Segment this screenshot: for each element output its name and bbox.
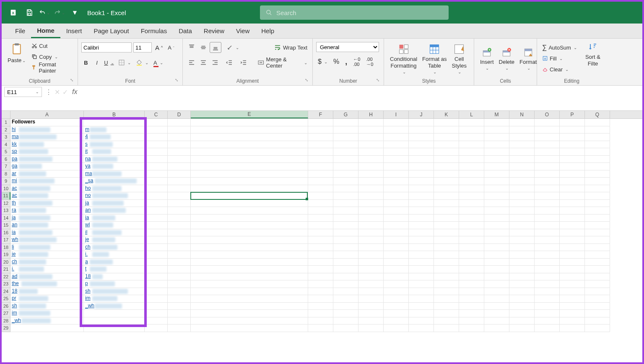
row-header[interactable]: 4 — [2, 141, 10, 149]
cell[interactable] — [484, 156, 509, 163]
row-header[interactable]: 19 — [2, 251, 10, 259]
row-header[interactable]: 6 — [2, 156, 10, 163]
cell[interactable] — [535, 266, 560, 273]
cell[interactable] — [409, 141, 434, 149]
cell[interactable] — [585, 317, 610, 325]
tab-help[interactable]: Help — [255, 24, 280, 38]
cell[interactable] — [560, 259, 585, 266]
cell[interactable] — [535, 317, 560, 325]
cell[interactable] — [585, 141, 610, 149]
cell[interactable] — [459, 170, 484, 178]
cell[interactable] — [409, 259, 434, 266]
cell[interactable] — [484, 170, 509, 178]
cell[interactable] — [434, 148, 459, 156]
cell[interactable] — [535, 170, 560, 178]
cell[interactable] — [535, 236, 560, 244]
cell[interactable] — [434, 141, 459, 149]
row-header[interactable]: 12 — [2, 200, 10, 207]
merge-center-button[interactable]: Merge & Center — [256, 57, 309, 68]
row-header[interactable]: 20 — [2, 259, 10, 266]
cell[interactable] — [384, 148, 409, 156]
select-all-corner[interactable] — [2, 111, 10, 118]
cell[interactable] — [409, 280, 434, 288]
search-box[interactable] — [260, 5, 449, 20]
cell[interactable] — [333, 134, 358, 141]
cell[interactable] — [191, 141, 308, 149]
row-header[interactable]: 7 — [2, 163, 10, 170]
cell[interactable] — [585, 244, 610, 251]
cell[interactable] — [484, 185, 509, 193]
cell[interactable] — [333, 266, 358, 273]
cell[interactable] — [358, 156, 384, 163]
row-header[interactable]: 24 — [2, 288, 10, 296]
cell[interactable] — [459, 288, 484, 296]
cell[interactable] — [358, 178, 384, 185]
cell[interactable] — [560, 170, 585, 178]
cell[interactable] — [145, 156, 168, 163]
cell[interactable] — [409, 303, 434, 310]
cell[interactable] — [145, 141, 168, 149]
cell[interactable] — [308, 170, 333, 178]
cell[interactable] — [145, 229, 168, 237]
cell[interactable] — [459, 156, 484, 163]
align-right-button[interactable] — [210, 57, 221, 68]
cell[interactable] — [560, 317, 585, 325]
decrease-decimal-button[interactable]: .00→0 — [364, 56, 375, 67]
cell[interactable] — [560, 178, 585, 185]
increase-font-button[interactable]: A^ — [153, 42, 164, 53]
cell[interactable] — [509, 222, 535, 229]
cell[interactable]: an — [84, 207, 145, 215]
cell[interactable] — [509, 126, 535, 134]
cell[interactable] — [145, 266, 168, 273]
cell[interactable] — [585, 236, 610, 244]
cell[interactable]: an — [10, 222, 84, 229]
cell[interactable] — [459, 310, 484, 317]
cell[interactable] — [191, 126, 308, 134]
cell[interactable] — [145, 215, 168, 222]
copy-button[interactable]: Copy — [30, 51, 74, 62]
cell[interactable]: Followers — [10, 119, 84, 126]
font-name-input[interactable] — [81, 42, 132, 52]
cell[interactable] — [459, 280, 484, 288]
cell[interactable] — [145, 317, 168, 325]
italic-button[interactable]: I — [92, 57, 101, 68]
cell[interactable] — [409, 317, 434, 325]
cell[interactable] — [358, 222, 384, 229]
cell[interactable] — [358, 185, 384, 193]
cell[interactable] — [191, 310, 308, 317]
fill-button[interactable]: Fill — [540, 53, 579, 64]
row-header[interactable]: 14 — [2, 215, 10, 222]
cell[interactable] — [308, 148, 333, 156]
cell[interactable]: wl — [84, 222, 145, 229]
cell[interactable] — [333, 325, 358, 332]
cell[interactable] — [191, 280, 308, 288]
cell[interactable] — [535, 163, 560, 170]
cell[interactable]: ia — [84, 215, 145, 222]
cell[interactable] — [384, 200, 409, 207]
column-header-P[interactable]: P — [560, 111, 585, 118]
cell[interactable] — [535, 215, 560, 222]
cell[interactable] — [191, 119, 308, 126]
cell[interactable] — [358, 317, 384, 325]
cell[interactable] — [560, 295, 585, 303]
cell[interactable] — [459, 266, 484, 273]
number-format-select[interactable]: General — [316, 42, 379, 52]
cell[interactable] — [509, 200, 535, 207]
align-bottom-button[interactable] — [210, 42, 221, 53]
percent-format-button[interactable]: % — [332, 56, 341, 67]
cell[interactable] — [308, 259, 333, 266]
cell[interactable] — [535, 126, 560, 134]
cell[interactable] — [484, 119, 509, 126]
cell[interactable] — [560, 163, 585, 170]
cell[interactable] — [84, 317, 145, 325]
cell[interactable] — [333, 280, 358, 288]
cell[interactable] — [145, 310, 168, 317]
cell[interactable] — [168, 310, 191, 317]
cell[interactable] — [459, 259, 484, 266]
cell[interactable] — [145, 303, 168, 310]
cell[interactable] — [168, 303, 191, 310]
cell[interactable] — [434, 288, 459, 296]
number-launcher-icon[interactable]: ⤡ — [376, 78, 382, 84]
cell[interactable] — [434, 295, 459, 303]
cell[interactable] — [434, 185, 459, 193]
